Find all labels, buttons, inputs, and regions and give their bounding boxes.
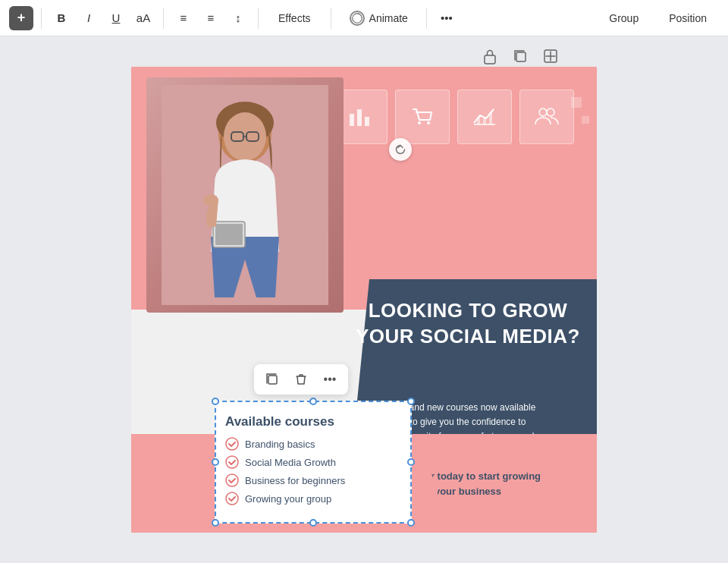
svg-point-8 [427, 121, 430, 124]
copy-button[interactable] [262, 369, 283, 390]
duplicate-icon[interactable] [510, 46, 531, 67]
animate-icon [350, 11, 365, 26]
delete-button[interactable] [290, 369, 312, 390]
svg-rect-2 [516, 52, 526, 61]
spacing-button[interactable]: ↕ [226, 6, 250, 30]
text-size-button[interactable]: aA [131, 6, 155, 30]
bar-chart-icon-box [457, 90, 512, 144]
svg-point-29 [226, 474, 238, 486]
handle-middle-left[interactable] [212, 458, 219, 466]
toolbar: + B I U aA ≡ ≡ ↕ Effects Animate ••• Gro… [0, 0, 728, 36]
handle-bottom-right[interactable] [407, 519, 415, 527]
group-button[interactable]: Group [597, 6, 651, 30]
svg-rect-10 [477, 117, 480, 124]
svg-rect-5 [357, 109, 362, 126]
svg-point-28 [226, 456, 238, 468]
lock-icon[interactable] [479, 46, 500, 67]
course-item-3: Business for beginners [225, 473, 401, 487]
deco-sq-r2 [582, 116, 589, 124]
toolbar-right: Group Position [597, 6, 719, 30]
people-icon-box [519, 90, 574, 144]
icon-boxes-row [333, 90, 574, 144]
svg-rect-6 [365, 117, 369, 126]
divider-4 [331, 8, 331, 29]
svg-point-24 [203, 194, 218, 206]
italic-button[interactable]: I [77, 6, 101, 30]
animate-label: Animate [369, 12, 408, 24]
cart-icon-box [395, 90, 450, 144]
more-context-button[interactable]: ••• [319, 369, 340, 390]
underline-button[interactable]: U [104, 6, 128, 30]
effects-button[interactable]: Effects [266, 6, 323, 30]
courses-box[interactable]: ••• Available courses Branding basics [215, 401, 412, 524]
align-button[interactable]: ≡ [171, 6, 196, 30]
course-item-2: Social Media Growth [225, 455, 401, 469]
divider-3 [258, 8, 259, 29]
context-menu: ••• [254, 364, 348, 395]
svg-rect-26 [268, 376, 277, 384]
more-options-button[interactable]: ••• [435, 6, 459, 30]
animate-button[interactable]: Animate [339, 6, 419, 30]
svg-point-14 [547, 109, 554, 116]
svg-point-27 [226, 438, 238, 450]
svg-rect-23 [215, 224, 243, 245]
divider-2 [163, 8, 164, 29]
position-button[interactable]: Position [657, 6, 719, 30]
handle-top-middle[interactable] [309, 398, 317, 405]
svg-point-7 [418, 121, 421, 124]
svg-point-30 [226, 492, 238, 505]
canvas-icons [479, 46, 561, 67]
svg-rect-11 [483, 118, 486, 124]
check-icon-3 [225, 473, 239, 487]
svg-rect-12 [489, 112, 492, 124]
course-item-1: Branding basics [225, 437, 401, 451]
svg-point-13 [539, 109, 547, 116]
woman-image [146, 77, 344, 313]
svg-rect-4 [350, 114, 354, 126]
handle-top-left[interactable] [212, 398, 219, 405]
check-icon-2 [225, 455, 239, 469]
check-icon-1 [225, 437, 239, 451]
handle-middle-right[interactable] [407, 458, 415, 466]
handle-bottom-left[interactable] [212, 519, 219, 527]
canvas-area: LOOKING TO GROWYOUR SOCIAL MEDIA? Brand … [0, 36, 728, 563]
card-heading: LOOKING TO GROWYOUR SOCIAL MEDIA? [354, 298, 582, 350]
bold-button[interactable]: B [49, 6, 74, 30]
svg-rect-1 [485, 55, 495, 64]
course-item-4: Growing your group [225, 492, 401, 505]
divider-5 [426, 8, 427, 29]
design-card: LOOKING TO GROWYOUR SOCIAL MEDIA? Brand … [131, 67, 597, 533]
check-icon-4 [225, 492, 239, 505]
refresh-badge[interactable] [389, 138, 412, 161]
divider-1 [41, 8, 42, 29]
courses-title: Available courses [225, 414, 401, 429]
add-to-canvas-icon[interactable] [540, 46, 561, 67]
handle-bottom-middle[interactable] [309, 519, 317, 527]
handle-top-right[interactable] [407, 398, 415, 405]
list-button[interactable]: ≡ [199, 6, 223, 30]
add-element-button[interactable]: + [9, 6, 33, 30]
